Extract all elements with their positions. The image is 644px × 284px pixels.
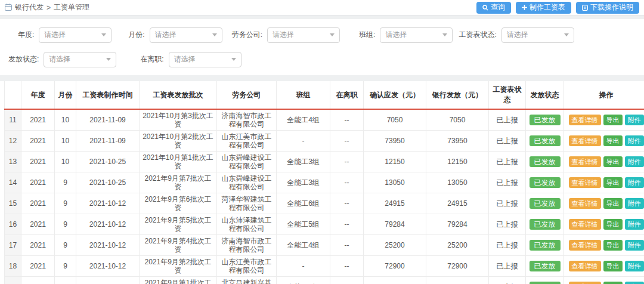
cell-team: 全能工3组 [277,172,330,193]
search-button[interactable]: 查询 [476,2,511,14]
cell-batch: 2021年9月第4批次工资 [140,235,217,256]
cell-employment: -- [330,152,364,172]
cell-confirmed: 24915 [364,193,426,214]
filter-select-发放状态[interactable]: 请选择 [44,52,116,67]
filter-label: 年度: [18,30,39,40]
download-manual-button[interactable]: 下载操作说明 [576,2,639,14]
cell-actions: 查看详情导出附件 [564,109,644,131]
attachment-button[interactable]: 附件 [625,177,644,188]
cell-created: 2021-10-12 [76,193,140,214]
cell-year: 2021 [21,214,55,235]
cell-batch: 2021年9月第2批次工资 [140,256,217,277]
attachment-button[interactable]: 附件 [625,156,644,167]
table-row: 132021102021-10-252021年10月第1批次工资山东舜峰建设工程… [5,152,644,172]
cell-pay-status: 已发放 [526,172,564,193]
cell-month: 9 [55,193,76,214]
filter-select-月份[interactable]: 请选择 [150,27,222,43]
cell-bank: 24915 [426,193,489,214]
cell-actions: 查看详情导出附件 [564,152,644,172]
filter-label: 月份: [128,30,149,40]
plus-icon [522,5,527,10]
cell-employment: -- [330,131,364,152]
view-detail-button[interactable]: 查看详情 [569,198,601,209]
attachment-button[interactable]: 附件 [625,198,644,209]
filter-select-value: 请选择 [174,54,196,64]
cell-pay-status: 已发放 [526,193,564,214]
filter-select-年度[interactable]: 请选择 [39,27,112,43]
breadcrumb-separator: > [47,4,51,12]
view-detail-button[interactable]: 查看详情 [569,240,601,251]
filter-select-在离职[interactable]: 请选择 [169,52,242,67]
filter-group: 年度:请选择 [18,27,112,43]
table-row: 122021102021-11-092021年10月第2批次工资山东江美市政工程… [5,131,644,152]
export-button[interactable]: 导出 [603,135,623,146]
export-button[interactable]: 导出 [603,115,623,125]
toolbar: 查询 制作工资表 下载操作说明 [476,2,639,14]
filter-select-班组[interactable]: 请选择 [380,27,453,43]
cell-team: 全能工5组 [277,214,330,235]
filter-select-value: 请选择 [385,30,407,40]
pay-status-badge: 已发放 [530,115,561,125]
filter-group: 工资表状态:请选择 [459,27,574,43]
export-button[interactable]: 导出 [603,240,623,251]
attachment-button[interactable]: 附件 [625,240,644,251]
pay-status-badge: 已发放 [530,177,561,188]
view-detail-button[interactable]: 查看详情 [569,261,601,271]
search-button-label: 查询 [491,2,505,13]
filter-label: 劳务公司: [232,30,267,40]
cell-actions: 查看详情导出附件 [564,256,644,277]
export-button[interactable]: 导出 [603,261,623,271]
cell-pay-status: 已发放 [526,131,564,152]
cell-month: 10 [55,131,76,152]
cell-sheet_status: 已上报 [489,172,526,193]
cell-confirmed: 25200 [364,235,426,256]
view-detail-button[interactable]: 查看详情 [569,219,601,230]
table-row: 16202192021-10-122021年9月第5批次工资山东沛泽建筑工程有限… [5,214,644,235]
table-row: 14202192021-10-252021年9月第7批次工资山东舜峰建设工程有限… [5,172,644,193]
view-detail-button[interactable]: 查看详情 [569,156,601,167]
cell-confirmed: 12150 [364,152,426,172]
cell-sheet_status: 已上报 [489,131,526,152]
filter-panel: 年度:请选择月份:请选择劳务公司:请选择班组:请选择工资表状态:请选择 发放状态… [0,19,644,75]
view-detail-button[interactable]: 查看详情 [569,177,601,188]
pay-status-badge: 已发放 [530,240,561,251]
cell-actions: 查看详情导出附件 [564,131,644,152]
cell-company: 山东江美市政工程有限公司 [217,256,277,277]
attachment-button[interactable]: 附件 [625,261,644,271]
top-bar: 银行代发 > 工资单管理 查询 制作工资表 下载操作说明 [0,0,644,16]
filter-select-劳务公司[interactable]: 请选择 [267,27,340,43]
filter-select-工资表状态[interactable]: 请选择 [501,27,574,43]
export-button[interactable]: 导出 [603,282,623,284]
view-detail-button[interactable]: 查看详情 [569,282,601,284]
create-payroll-button[interactable]: 制作工资表 [516,2,571,14]
cell-actions: 查看详情导出附件 [564,172,644,193]
cell-actions: 查看详情导出附件 [564,193,644,214]
cell-pay-status: 已发放 [526,277,564,284]
attachment-button[interactable]: 附件 [625,282,644,284]
cell-month: 9 [55,277,76,284]
cell-index: 16 [5,214,21,235]
export-button[interactable]: 导出 [603,198,623,209]
export-button[interactable]: 导出 [603,177,623,188]
pay-status-badge: 已发放 [530,282,561,284]
cell-created: 2021-10-12 [76,214,140,235]
cell-employment: -- [330,256,364,277]
cell-confirmed: 73950 [364,131,426,152]
filter-row-1: 年度:请选择月份:请选择劳务公司:请选择班组:请选择工资表状态:请选择 [0,27,644,43]
export-button[interactable]: 导出 [603,156,623,167]
cell-company: 菏泽华智建筑工程有限公司 [217,193,277,214]
cell-actions: 查看详情导出附件 [564,214,644,235]
attachment-button[interactable]: 附件 [625,115,644,125]
export-button[interactable]: 导出 [603,219,623,230]
attachment-button[interactable]: 附件 [625,219,644,230]
cell-bank: 79284 [426,214,489,235]
view-detail-button[interactable]: 查看详情 [569,135,601,146]
column-header-index [5,81,21,109]
filter-label: 工资表状态: [459,30,501,40]
attachment-button[interactable]: 附件 [625,135,644,146]
cell-company: 山东沛泽建筑工程有限公司 [217,214,277,235]
view-detail-button[interactable]: 查看详情 [569,115,601,125]
cell-bank: 13050 [426,172,489,193]
cell-year: 2021 [21,235,55,256]
table-row: 19202192021-09-282021年9月第1批次工资北京昌建新兴基础工程… [5,277,644,284]
